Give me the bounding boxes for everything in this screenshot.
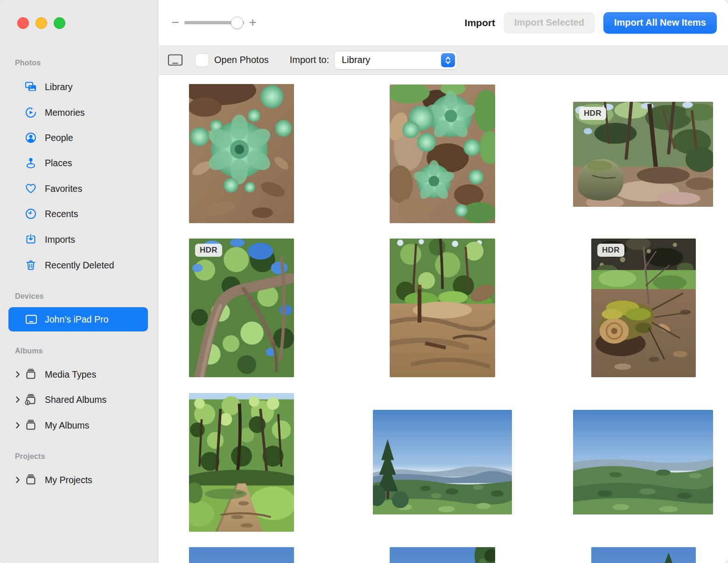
album-icon (24, 419, 37, 432)
photo-thumbnail[interactable]: HDR (573, 102, 713, 207)
chevron-right-icon[interactable] (13, 475, 22, 485)
chevron-right-icon[interactable] (13, 421, 22, 430)
photo-thumbnail[interactable] (591, 547, 696, 563)
zoom-in-icon[interactable]: + (249, 16, 257, 29)
import-to-label: Import to: (290, 55, 329, 65)
open-photos-checkbox[interactable] (196, 54, 209, 67)
sidebar-section-projects-header: Projects (15, 452, 45, 461)
sidebar-section-albums-header: Albums (15, 347, 43, 355)
zoom-out-icon[interactable]: − (172, 16, 179, 29)
import-options-bar: Open Photos Import to: Library (159, 45, 728, 75)
sidebar-item-recents[interactable]: Recents (0, 201, 158, 226)
zoom-slider-thumb[interactable] (231, 16, 243, 29)
chevron-right-icon[interactable] (13, 370, 22, 379)
toolbar: − + Import Import Selected Import All Ne… (159, 0, 728, 45)
shared-album-icon (24, 393, 37, 406)
clock-icon (24, 207, 37, 220)
people-icon (24, 131, 37, 144)
photo-thumbnail[interactable] (189, 547, 294, 563)
hdr-badge: HDR (597, 244, 624, 257)
sidebar-section-devices-header: Devices (15, 292, 44, 301)
zoom-slider[interactable] (184, 21, 244, 24)
sidebar-item-library[interactable]: Library (0, 74, 158, 99)
photo-thumbnail[interactable] (390, 84, 495, 223)
chevron-right-icon[interactable] (13, 395, 22, 404)
sidebar-item-label: My Projects (45, 475, 92, 486)
import-box-icon (24, 233, 37, 246)
library-icon (24, 80, 37, 93)
sidebar-item-label: Favorites (45, 183, 82, 194)
sidebar-item-johns-ipad-pro[interactable]: John’s iPad Pro (8, 307, 148, 331)
sidebar-item-people[interactable]: People (0, 125, 158, 150)
photo-thumbnail[interactable] (189, 84, 294, 223)
page-title: Import (465, 17, 495, 28)
sidebar: Photos Library Memories People Places (0, 0, 158, 563)
photo-thumbnail[interactable]: HDR (189, 239, 294, 377)
photo-thumbnail[interactable]: HDR (591, 239, 696, 377)
photo-thumbnail[interactable] (189, 393, 294, 532)
sidebar-item-label: Imports (45, 234, 75, 245)
sidebar-item-imports[interactable]: Imports (0, 227, 158, 252)
window-controls (17, 17, 65, 29)
trash-icon (24, 259, 37, 272)
memories-icon (24, 106, 37, 119)
sidebar-item-label: My Albums (45, 420, 89, 431)
album-icon (24, 473, 37, 486)
sidebar-item-label: Memories (45, 107, 85, 118)
sidebar-section-photos-header: Photos (15, 59, 41, 67)
import-all-new-items-button[interactable]: Import All New Items (603, 12, 717, 34)
photo-thumbnail[interactable] (390, 239, 495, 377)
import-destination-dropdown[interactable]: Library (335, 51, 457, 69)
photo-thumbnail[interactable] (573, 410, 713, 514)
photo-grid: HDR HDR (159, 75, 728, 563)
sidebar-item-label: Recents (45, 209, 78, 219)
device-ipad-icon (168, 54, 183, 66)
sidebar-item-favorites[interactable]: Favorites (0, 176, 158, 201)
import-destination-value: Library (342, 55, 370, 65)
photo-thumbnail[interactable] (390, 547, 495, 563)
places-icon (24, 156, 37, 169)
sidebar-item-label: John’s iPad Pro (45, 314, 108, 325)
sidebar-item-places[interactable]: Places (0, 150, 158, 176)
ipad-icon (25, 313, 38, 326)
album-icon (24, 368, 37, 381)
photo-thumbnail[interactable] (373, 410, 512, 514)
sidebar-item-label: People (45, 133, 73, 143)
dropdown-stepper-icon (441, 53, 455, 67)
sidebar-item-memories[interactable]: Memories (0, 100, 158, 125)
sidebar-item-media-types[interactable]: Media Types (0, 362, 158, 387)
sidebar-item-label: Shared Albums (45, 394, 106, 405)
hdr-badge: HDR (195, 244, 222, 257)
close-button[interactable] (17, 17, 29, 29)
photos-app-window: Photos Library Memories People Places (0, 0, 728, 563)
fullscreen-button[interactable] (54, 17, 65, 29)
sidebar-item-label: Media Types (45, 369, 96, 380)
sidebar-item-shared-albums[interactable]: Shared Albums (0, 387, 158, 412)
sidebar-item-my-projects[interactable]: My Projects (0, 467, 158, 493)
sidebar-item-label: Places (45, 158, 72, 169)
sidebar-item-label: Recently Deleted (45, 260, 114, 271)
sidebar-item-label: Library (45, 82, 73, 92)
import-selected-button[interactable]: Import Selected (504, 12, 595, 34)
open-photos-label: Open Photos (214, 55, 269, 65)
sidebar-item-recently-deleted[interactable]: Recently Deleted (0, 253, 158, 278)
minimize-button[interactable] (35, 17, 47, 29)
heart-icon (24, 182, 37, 195)
sidebar-item-my-albums[interactable]: My Albums (0, 413, 158, 438)
thumbnail-zoom-control: − + (172, 16, 257, 29)
hdr-badge: HDR (579, 107, 606, 120)
